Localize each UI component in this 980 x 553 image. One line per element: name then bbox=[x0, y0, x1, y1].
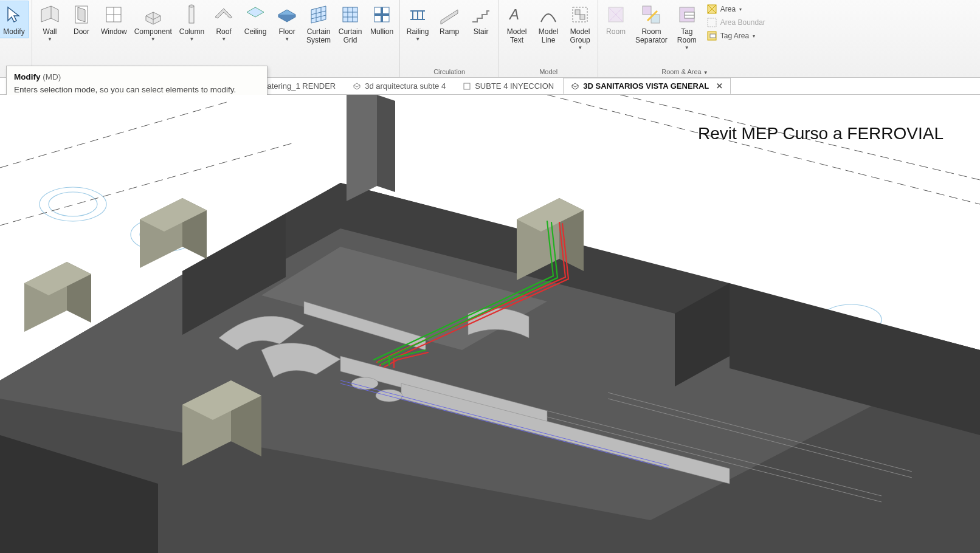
area-tool[interactable]: Area ▾ bbox=[705, 4, 768, 15]
chevron-down-icon: ▼ bbox=[151, 36, 156, 42]
cursor-icon bbox=[3, 4, 25, 26]
window-tool[interactable]: Window bbox=[99, 1, 129, 38]
svg-point-3 bbox=[189, 5, 194, 7]
model-text-icon: A bbox=[506, 4, 528, 26]
room-icon bbox=[605, 4, 627, 26]
chevron-down-icon: ▾ bbox=[739, 7, 742, 12]
view-3d-icon bbox=[571, 82, 579, 91]
floor-tool[interactable]: Floor▼ bbox=[273, 1, 301, 43]
chevron-down-icon: ▼ bbox=[415, 36, 420, 42]
modify-label: Modify bbox=[3, 28, 24, 36]
railing-icon bbox=[407, 4, 429, 26]
roof-tool[interactable]: Roof▼ bbox=[210, 1, 238, 43]
chevron-down-icon: ▼ bbox=[47, 36, 52, 42]
model-text-tool[interactable]: A Model Text bbox=[503, 1, 531, 46]
stair-tool[interactable]: Stair bbox=[467, 1, 495, 38]
chevron-down-icon: ▼ bbox=[578, 45, 582, 50]
ceiling-tool[interactable]: Ceiling bbox=[241, 1, 269, 38]
area-icon bbox=[707, 4, 717, 14]
3d-viewport[interactable]: Revit MEP Curso a FERROVIAL bbox=[0, 95, 980, 553]
component-tool[interactable]: Component▼ bbox=[133, 1, 174, 43]
viewport-overlay-title: Revit MEP Curso a FERROVIAL bbox=[698, 124, 944, 143]
door-tool[interactable]: Door bbox=[67, 1, 95, 38]
room-tool[interactable]: Room bbox=[602, 1, 630, 38]
floor-icon bbox=[276, 4, 298, 26]
column-tool[interactable]: Column▼ bbox=[178, 1, 206, 43]
close-icon[interactable]: ✕ bbox=[716, 81, 723, 91]
model-group-icon bbox=[569, 4, 591, 26]
chevron-down-icon: ▾ bbox=[753, 33, 755, 39]
model-group-label: Model bbox=[503, 67, 594, 77]
room-separator-icon bbox=[640, 4, 662, 26]
chevron-down-icon: ▼ bbox=[685, 45, 689, 50]
svg-rect-10 bbox=[575, 10, 580, 15]
svg-rect-7 bbox=[374, 13, 389, 16]
chevron-down-icon: ▼ bbox=[221, 36, 226, 42]
column-icon bbox=[181, 4, 202, 26]
tab-catering-render[interactable]: catering_1 RENDER bbox=[255, 78, 343, 94]
view-icon bbox=[463, 82, 471, 91]
modify-tool[interactable]: Modify bbox=[0, 1, 28, 38]
curtain-grid-tool[interactable]: Curtain Grid bbox=[336, 1, 364, 46]
tag-room-icon bbox=[676, 4, 698, 26]
curtain-system-icon bbox=[308, 4, 330, 26]
view-3d-icon bbox=[353, 82, 361, 91]
mullion-tool[interactable]: Mullion bbox=[368, 1, 396, 38]
area-boundary-tool[interactable]: Area Boundar bbox=[705, 17, 768, 28]
ramp-tool[interactable]: Ramp bbox=[435, 1, 463, 38]
wall-icon bbox=[39, 4, 61, 26]
svg-rect-4 bbox=[343, 7, 357, 22]
tab-3d-sanitarios[interactable]: 3D SANITARIOS VISTA GENERAL ✕ bbox=[563, 78, 731, 94]
roof-icon bbox=[213, 4, 235, 26]
component-icon bbox=[142, 4, 164, 26]
svg-point-23 bbox=[49, 192, 97, 216]
model-group-tool[interactable]: Model Group▼ bbox=[566, 1, 594, 52]
svg-point-27 bbox=[351, 377, 378, 390]
curtain-system-tool[interactable]: Curtain System bbox=[305, 1, 333, 46]
model-line-tool[interactable]: Model Line bbox=[534, 1, 562, 46]
room-area-group-label: Room & Area ▼ bbox=[602, 67, 768, 77]
svg-rect-11 bbox=[580, 15, 585, 19]
room-separator-tool[interactable]: Room Separator bbox=[633, 1, 669, 46]
ceiling-icon bbox=[244, 4, 266, 26]
window-icon bbox=[103, 4, 125, 26]
mullion-icon bbox=[371, 4, 393, 26]
ramp-icon bbox=[438, 4, 460, 26]
tab-subte-inyeccion[interactable]: SUBTE 4 INYECCION bbox=[455, 78, 562, 94]
svg-rect-21 bbox=[464, 83, 470, 89]
stair-icon bbox=[470, 4, 492, 26]
tab-3d-arquitectura[interactable]: 3d arquitectura subte 4 bbox=[345, 78, 454, 94]
svg-rect-18 bbox=[708, 18, 716, 27]
tag-area-tool[interactable]: Tag Area ▾ bbox=[705, 30, 768, 41]
area-boundary-icon bbox=[707, 18, 717, 27]
door-icon bbox=[71, 4, 92, 26]
curtain-grid-icon bbox=[339, 4, 361, 26]
svg-text:A: A bbox=[508, 6, 519, 22]
wall-tool[interactable]: Wall▼ bbox=[36, 1, 64, 43]
tag-area-icon bbox=[707, 31, 717, 41]
railing-tool[interactable]: Railing▼ bbox=[404, 1, 432, 43]
chevron-down-icon: ▼ bbox=[189, 36, 194, 42]
model-line-icon bbox=[537, 4, 559, 26]
tag-room-tool[interactable]: Tag Room▼ bbox=[673, 1, 701, 52]
svg-rect-2 bbox=[189, 6, 194, 23]
chevron-down-icon: ▼ bbox=[285, 36, 289, 42]
3d-model-render bbox=[0, 95, 980, 553]
svg-rect-20 bbox=[710, 34, 716, 38]
svg-rect-13 bbox=[643, 6, 651, 15]
circulation-group-label: Circulation bbox=[404, 67, 495, 77]
